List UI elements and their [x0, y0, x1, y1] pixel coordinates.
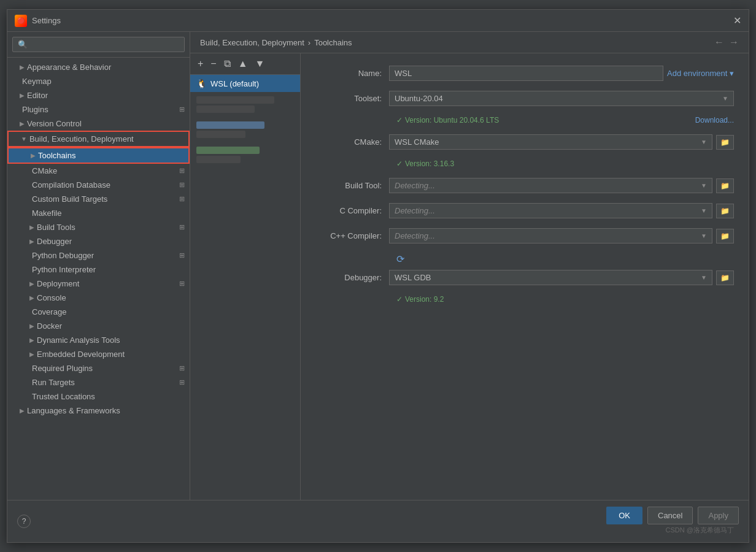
settings-icon: ⊞ [179, 251, 185, 259]
toolset-version-row: ✓ Version: Ubuntu 20.04.6 LTS Download..… [315, 116, 734, 125]
cmake-folder-button[interactable]: 📁 [716, 135, 734, 150]
breadcrumb: Build, Execution, Deployment › Toolchain… [200, 38, 352, 47]
name-input[interactable] [389, 66, 663, 81]
content-split: + − ⧉ ▲ ▼ 🐧 WSL (default) [190, 53, 749, 500]
sidebar-item-coverage[interactable]: Coverage [7, 305, 190, 319]
cpp-compiler-folder-button[interactable]: 📁 [716, 229, 734, 243]
debugger-label: Debugger: [315, 273, 389, 282]
window-title: Settings [32, 16, 61, 25]
sidebar-item-label: Custom Build Targets [32, 194, 177, 204]
sidebar-item-compilation-db[interactable]: Compilation Database ⊞ [7, 178, 190, 192]
sidebar-item-toolchains[interactable]: ▶ Toolchains [7, 147, 190, 164]
sidebar-item-label: Deployment [37, 279, 177, 288]
cpp-compiler-label: C++ Compiler: [315, 231, 389, 240]
wsl-icon: 🐧 [196, 79, 207, 88]
sidebar-item-console[interactable]: ▶ Console [7, 291, 190, 305]
dropdown-arrow-icon: ▼ [701, 232, 707, 239]
sidebar-item-label: Build, Execution, Deployment [29, 134, 183, 144]
nav-back-button[interactable]: ← [714, 37, 724, 48]
cmake-version-row: ✓ Version: 3.16.3 [315, 159, 734, 168]
c-compiler-folder-button[interactable]: 📁 [716, 204, 734, 218]
build-tool-dropdown[interactable]: Detecting... ▼ [389, 178, 712, 193]
build-tool-label: Build Tool: [315, 181, 389, 190]
form-panel: Name: Add environment ▾ Toolset: Ubuntu-… [301, 53, 749, 500]
dropdown-arrow-icon: ▼ [701, 139, 707, 145]
sidebar-item-label: Python Interpreter [32, 265, 185, 274]
footer-buttons: OK Cancel Apply [606, 507, 739, 524]
c-compiler-label: C Compiler: [315, 206, 389, 215]
sidebar-item-build-tools[interactable]: ▶ Build Tools ⊞ [7, 220, 190, 234]
c-compiler-dropdown[interactable]: Detecting... ▼ [389, 203, 712, 218]
toolset-dropdown[interactable]: Ubuntu-20.04 ▼ [389, 91, 734, 106]
dropdown-arrow-icon: ▼ [701, 207, 707, 214]
sidebar-item-label: Build Tools [37, 223, 177, 232]
sidebar-item-editor[interactable]: ▶ Editor [7, 88, 190, 102]
settings-icon: ⊞ [179, 167, 185, 175]
sidebar-item-build-exec-deploy[interactable]: ▼ Build, Execution, Deployment [7, 131, 190, 147]
toolset-value: Ubuntu-20.04 [395, 94, 443, 103]
c-compiler-row: C Compiler: Detecting... ▼ 📁 [315, 203, 734, 218]
debugger-dropdown[interactable]: WSL GDB ▼ [389, 270, 712, 285]
sidebar-item-python-interpreter[interactable]: Python Interpreter [7, 263, 190, 277]
close-button[interactable]: ✕ [733, 15, 741, 26]
sidebar-item-appearance[interactable]: ▶ Appearance & Behavior [7, 60, 190, 74]
settings-icon: ⊞ [179, 378, 185, 386]
help-button[interactable]: ? [17, 515, 31, 528]
sidebar-item-keymap[interactable]: Keymap [7, 74, 190, 88]
name-row: Name: Add environment ▾ [315, 66, 734, 81]
settings-icon: ⊞ [179, 280, 185, 288]
name-control: Add environment ▾ [389, 66, 734, 81]
sidebar-item-docker[interactable]: ▶ Docker [7, 319, 190, 333]
toolset-label: Toolset: [315, 94, 389, 103]
sidebar: ▶ Appearance & Behavior Keymap ▶ Editor … [7, 32, 190, 500]
sidebar-item-debugger[interactable]: ▶ Debugger [7, 234, 190, 248]
sidebar-item-custom-build-targets[interactable]: Custom Build Targets ⊞ [7, 192, 190, 206]
move-up-button[interactable]: ▲ [236, 57, 250, 71]
move-down-button[interactable]: ▼ [253, 57, 268, 71]
sidebar-item-required-plugins[interactable]: Required Plugins ⊞ [7, 361, 190, 375]
cpp-compiler-dropdown[interactable]: Detecting... ▼ [389, 228, 712, 243]
toolchain-item-wsl[interactable]: 🐧 WSL (default) [190, 75, 300, 92]
sidebar-item-label: Embedded Development [37, 350, 185, 359]
cpp-compiler-row: C++ Compiler: Detecting... ▼ 📁 [315, 228, 734, 243]
sidebar-item-label: Plugins [22, 105, 177, 114]
nav-forward-button[interactable]: → [729, 37, 739, 48]
sidebar-item-plugins[interactable]: Plugins ⊞ [7, 102, 190, 117]
cmake-version-text: ✓ Version: 3.16.3 [396, 159, 454, 168]
settings-icon: ⊞ [179, 181, 185, 189]
dialog-footer: ? OK Cancel Apply CSDN @洛克希德马丁 [7, 500, 749, 542]
add-environment-button[interactable]: Add environment ▾ [667, 69, 734, 78]
search-input[interactable] [12, 37, 185, 52]
sidebar-item-label: Dynamic Analysis Tools [37, 335, 185, 345]
nav-arrows: ← → [714, 37, 739, 48]
sidebar-item-languages-frameworks[interactable]: ▶ Languages & Frameworks [7, 404, 190, 418]
cpp-compiler-control: Detecting... ▼ 📁 [389, 228, 734, 243]
copy-toolchain-button[interactable]: ⧉ [222, 57, 233, 71]
add-toolchain-button[interactable]: + [195, 57, 206, 71]
sidebar-item-label: Compilation Database [32, 180, 177, 190]
sidebar-item-python-debugger[interactable]: Python Debugger ⊞ [7, 248, 190, 263]
sidebar-item-makefile[interactable]: Makefile [7, 206, 190, 220]
debugger-folder-button[interactable]: 📁 [716, 270, 734, 285]
sidebar-tree: ▶ Appearance & Behavior Keymap ▶ Editor … [7, 58, 190, 500]
blurred-item-2 [190, 117, 300, 142]
sidebar-item-version-control[interactable]: ▶ Version Control [7, 117, 190, 131]
breadcrumb-parent: Build, Execution, Deployment [200, 38, 304, 47]
download-link[interactable]: Download... [695, 116, 734, 125]
build-tool-folder-button[interactable]: 📁 [716, 178, 734, 193]
sidebar-item-trusted-locations[interactable]: Trusted Locations [7, 389, 190, 404]
sidebar-item-cmake[interactable]: CMake ⊞ [7, 164, 190, 178]
debugger-value: WSL GDB [395, 273, 431, 282]
cmake-dropdown[interactable]: WSL CMake ▼ [389, 134, 712, 150]
dropdown-arrow-icon: ▼ [722, 95, 728, 102]
sidebar-item-dynamic-analysis[interactable]: ▶ Dynamic Analysis Tools [7, 333, 190, 347]
sidebar-item-deployment[interactable]: ▶ Deployment ⊞ [7, 277, 190, 291]
apply-button[interactable]: Apply [698, 507, 739, 524]
arrow-icon: ▶ [20, 120, 25, 127]
cancel-button[interactable]: Cancel [647, 507, 693, 524]
ok-button[interactable]: OK [606, 507, 642, 524]
c-compiler-control: Detecting... ▼ 📁 [389, 203, 734, 218]
remove-toolchain-button[interactable]: − [208, 57, 218, 71]
sidebar-item-run-targets[interactable]: Run Targets ⊞ [7, 375, 190, 389]
sidebar-item-embedded-dev[interactable]: ▶ Embedded Development [7, 347, 190, 361]
